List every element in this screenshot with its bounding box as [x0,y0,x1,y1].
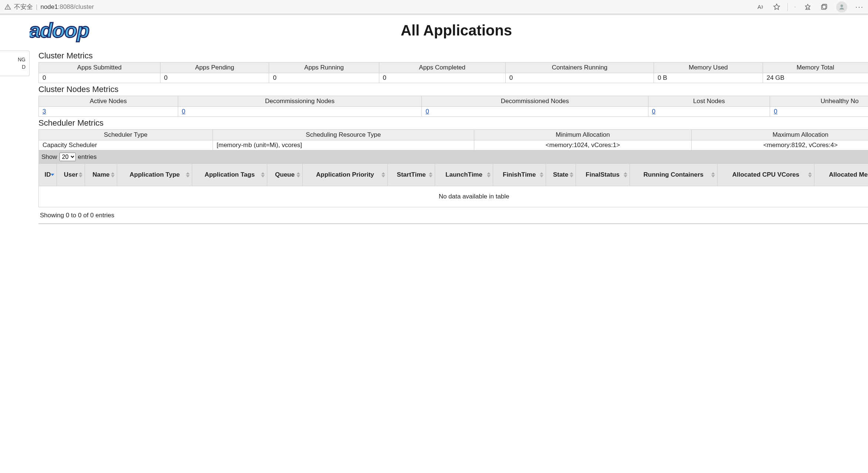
address-url[interactable]: node1:8088/cluster [40,3,94,11]
more-menu-icon[interactable]: ··· [855,3,864,11]
th-starttime[interactable]: StartTime [388,164,435,186]
hadoop-logo: adoop [30,20,89,41]
th-finishtime[interactable]: FinishTime [493,164,546,186]
th-scheduler-type[interactable]: Scheduler Type [39,130,213,140]
th-apps-completed[interactable]: Apps Completed [379,62,505,73]
th-running-containers[interactable]: Running Containers [630,164,717,186]
th-allocated-cpu-vcores[interactable]: Allocated CPU VCores [717,164,814,186]
cluster-metrics-table: Apps Submitted Apps Pending Apps Running… [38,62,868,83]
read-aloud-icon[interactable]: A⟫ [756,3,764,11]
th-finalstatus[interactable]: FinalStatus [576,164,630,186]
th-application-type[interactable]: Application Type [117,164,192,186]
th-user[interactable]: User [57,164,85,186]
table-row: 0 0 0 0 0 0 B 24 GB 0 B [39,73,868,83]
th-apps-submitted[interactable]: Apps Submitted [39,62,160,73]
table-row: No data available in table [39,186,868,207]
unhealthy-nodes-link[interactable]: 0 [774,108,777,115]
favorite-icon[interactable] [773,3,781,11]
th-apps-pending[interactable]: Apps Pending [160,62,269,73]
th-state[interactable]: State [546,164,576,186]
th-decommissioned-nodes[interactable]: Decommissioned Nodes [422,96,648,107]
th-max-allocation[interactable]: Maximum Allocation [692,130,868,140]
th-application-tags[interactable]: Application Tags [192,164,267,186]
browser-address-bar: 不安全 | node1:8088/cluster A⟫ ··· [0,0,868,14]
th-launchtime[interactable]: LaunchTime [435,164,493,186]
page-length-select[interactable]: 20 [60,153,76,161]
th-application-priority[interactable]: Application Priority [302,164,387,186]
left-nav-card[interactable]: NG D [0,51,30,76]
th-unhealthy-nodes[interactable]: Unhealthy No [770,96,868,107]
nodes-metrics-table: Active Nodes Decommissioning Nodes Decom… [38,96,868,117]
datatable-info: Showing 0 to 0 of 0 entries [38,207,868,224]
applications-table: IDUserNameApplication TypeApplication Ta… [38,163,868,207]
left-nav-line1: NG [4,56,26,64]
table-row: Capacity Scheduler [memory-mb (unit=Mi),… [39,140,868,150]
th-decommissioning-nodes[interactable]: Decommissioning Nodes [178,96,421,107]
svg-rect-0 [7,6,8,7]
th-queue[interactable]: Queue [267,164,303,186]
security-label: 不安全 [14,3,33,11]
active-nodes-link[interactable]: 3 [43,108,46,115]
left-nav: NG D [0,16,30,239]
th-memory-used[interactable]: Memory Used [654,62,763,73]
page-title: All Applications [89,22,824,39]
th-min-allocation[interactable]: Minimum Allocation [474,130,692,140]
svg-rect-1 [7,8,8,9]
show-label-before: Show [41,153,57,161]
left-nav-line2: D [4,64,26,71]
th-scheduling-resource-type[interactable]: Scheduling Resource Type [213,130,474,140]
section-title-scheduler-metrics: Scheduler Metrics [38,118,868,128]
th-apps-running[interactable]: Apps Running [269,62,379,73]
th-allocated-memory-mb[interactable]: Allocated Memory MB [814,164,868,186]
section-title-cluster-metrics: Cluster Metrics [38,51,868,61]
svg-rect-3 [821,5,826,10]
th-name[interactable]: Name [85,164,117,186]
scheduler-metrics-table: Scheduler Type Scheduling Resource Type … [38,129,868,150]
decommissioning-nodes-link[interactable]: 0 [182,108,185,115]
svg-rect-4 [823,4,827,8]
collections-icon[interactable] [820,3,828,11]
extensions-icon[interactable] [787,3,796,11]
not-secure-icon [4,4,11,10]
lost-nodes-link[interactable]: 0 [652,108,655,115]
th-id[interactable]: ID [39,164,57,186]
decommissioned-nodes-link[interactable]: 0 [425,108,429,115]
show-label-after: entries [78,153,97,161]
profile-avatar[interactable] [836,1,847,13]
svg-point-5 [841,4,843,7]
table-row: 3 0 0 0 0 [39,107,868,117]
section-title-nodes-metrics: Cluster Nodes Metrics [38,85,868,94]
th-memory-total[interactable]: Memory Total [763,62,868,73]
no-data-cell: No data available in table [39,186,868,207]
footer-rule [38,224,868,224]
th-containers-running[interactable]: Containers Running [505,62,654,73]
th-active-nodes[interactable]: Active Nodes [39,96,178,107]
th-lost-nodes[interactable]: Lost Nodes [648,96,770,107]
address-separator: | [36,3,37,11]
favorites-list-icon[interactable] [804,3,812,11]
datatable-length-control: Show 20 entries [38,150,868,163]
